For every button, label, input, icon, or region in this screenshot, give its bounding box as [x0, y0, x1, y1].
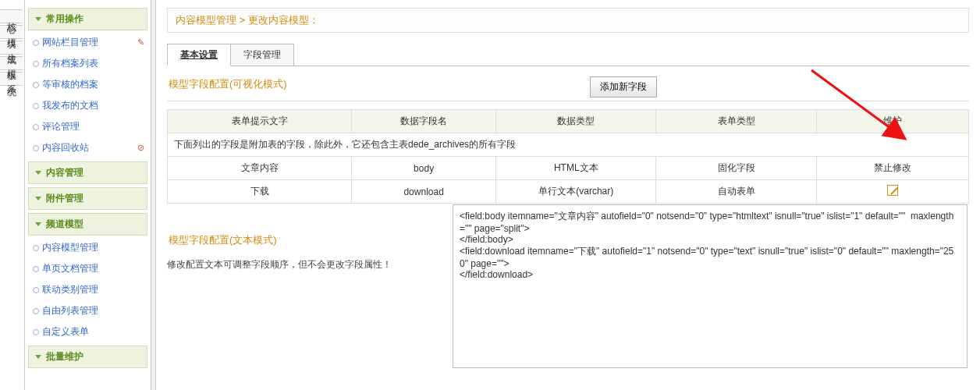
- tabs: 基本设置字段管理: [167, 44, 969, 66]
- chevron-down-icon: [35, 222, 41, 226]
- group-common[interactable]: 常用操作: [28, 8, 147, 30]
- vtab-module[interactable]: 模块: [0, 25, 23, 39]
- chevron-down-icon: [35, 197, 41, 200]
- tab-field-manage[interactable]: 字段管理: [230, 44, 294, 66]
- cell-datatype: 单行文本(varchar): [496, 180, 656, 204]
- vertical-tabs: 核心 模块 生成 模板 系统: [0, 0, 25, 390]
- field-config-textarea[interactable]: [453, 204, 968, 368]
- add-field-button[interactable]: 添加新字段: [590, 76, 657, 98]
- menu-label: 所有档案列表: [42, 57, 98, 70]
- cell-formtype: 自动表单: [656, 180, 816, 204]
- menu-label: 内容模型管理: [42, 241, 98, 254]
- tab-basic-settings[interactable]: 基本设置: [167, 44, 231, 66]
- chevron-down-icon: [35, 17, 41, 21]
- group-channel-model[interactable]: 频道模型: [28, 213, 147, 236]
- group-content-manage[interactable]: 内容管理: [28, 161, 147, 184]
- sidebar: 常用操作 网站栏目管理✎ 所有档案列表 等审核的档案 我发布的文档 评论管理 内…: [25, 0, 151, 390]
- cell-prompt: 下载: [168, 180, 352, 204]
- vtab-template[interactable]: 模板: [0, 56, 23, 70]
- cell-prompt: 文章内容: [168, 157, 352, 180]
- group-label: 常用操作: [46, 12, 83, 26]
- group-label: 附件管理: [46, 192, 83, 205]
- sidebar-item-column-manage[interactable]: 网站栏目管理✎: [28, 32, 147, 53]
- cell-formtype: 固化字段: [656, 157, 816, 180]
- chevron-down-icon: [35, 355, 41, 359]
- table-row: 文章内容 body HTML文本 固化字段 禁止修改: [168, 157, 969, 180]
- menu-label: 评论管理: [42, 120, 80, 133]
- table-note: 下面列出的字段是附加表的字段，除此外，它还包含主表dede_archives的所…: [168, 133, 969, 157]
- warn-flag-icon: ⊘: [137, 143, 144, 153]
- sidebar-item-pending[interactable]: 等审核的档案: [28, 74, 147, 95]
- group-label: 内容管理: [46, 166, 83, 179]
- table-row: 下载 download 单行文本(varchar) 自动表单: [168, 180, 969, 204]
- th-formtype: 表单类型: [656, 110, 816, 133]
- sidebar-item-content-model[interactable]: 内容模型管理: [28, 237, 147, 258]
- th-fieldname: 数据字段名: [352, 110, 496, 133]
- edit-icon[interactable]: [887, 185, 898, 196]
- cell-fieldname: download: [352, 180, 496, 204]
- th-datatype: 数据类型: [496, 110, 656, 133]
- group-label: 频道模型: [46, 218, 83, 231]
- sidebar-item-linked-category[interactable]: 联动类别管理: [28, 279, 147, 300]
- menu-label: 联动类别管理: [42, 283, 98, 296]
- cell-fieldname: body: [352, 157, 496, 180]
- sidebar-item-all-archives[interactable]: 所有档案列表: [28, 53, 147, 74]
- edit-flag-icon: ✎: [137, 37, 144, 48]
- vtab-core[interactable]: 核心: [0, 9, 23, 23]
- sidebar-item-comments[interactable]: 评论管理: [28, 116, 147, 137]
- cell-maintain-disabled: 禁止修改: [816, 157, 968, 180]
- group-attachment[interactable]: 附件管理: [28, 187, 147, 210]
- cell-datatype: HTML文本: [496, 157, 656, 180]
- sidebar-item-recycle[interactable]: 内容回收站⊘: [28, 137, 147, 158]
- sidebar-item-custom-form[interactable]: 自定义表单: [28, 321, 147, 342]
- visual-config-title: 模型字段配置(可视化模式): [167, 66, 287, 98]
- menu-label: 我发布的文档: [42, 99, 98, 112]
- sidebar-item-single-page[interactable]: 单页文档管理: [28, 258, 147, 279]
- group-label: 批量维护: [46, 350, 83, 363]
- menu-label: 自由列表管理: [42, 304, 98, 317]
- vtab-system[interactable]: 系统: [0, 72, 23, 86]
- menu-label: 网站栏目管理: [42, 36, 98, 49]
- th-maintain: 维护: [816, 110, 968, 133]
- th-prompt: 表单提示文字: [168, 110, 352, 133]
- cell-maintain-edit[interactable]: [816, 180, 968, 204]
- chevron-down-icon: [35, 171, 41, 175]
- field-table: 表单提示文字 数据字段名 数据类型 表单类型 维护 下面列出的字段是附加表的字段…: [167, 109, 969, 204]
- sidebar-item-free-list[interactable]: 自由列表管理: [28, 300, 147, 321]
- group-batch[interactable]: 批量维护: [28, 346, 147, 368]
- vtab-generate[interactable]: 生成: [0, 41, 23, 55]
- menu-label: 等审核的档案: [42, 78, 98, 91]
- breadcrumb: 内容模型管理 > 更改内容模型：: [167, 8, 969, 33]
- menu-label: 单页文档管理: [42, 262, 98, 275]
- sidebar-item-my-posts[interactable]: 我发布的文档: [28, 95, 147, 116]
- menu-label: 自定义表单: [42, 325, 89, 339]
- menu-label: 内容回收站: [42, 141, 89, 154]
